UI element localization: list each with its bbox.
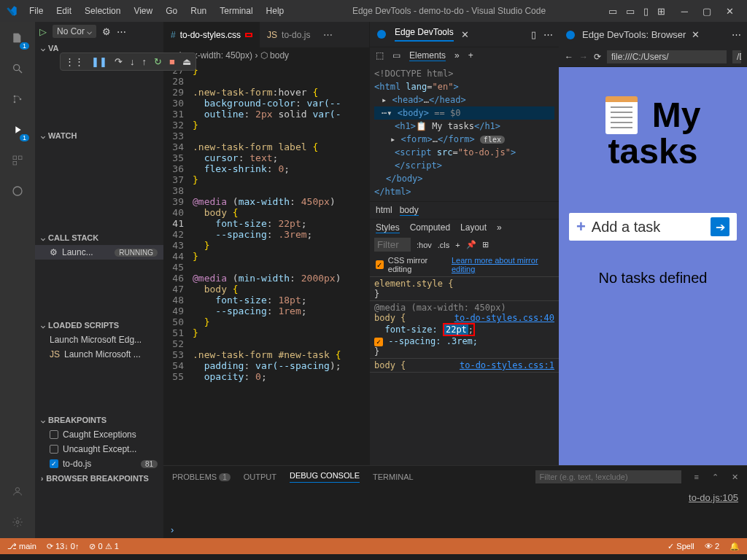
breakpoint-item[interactable]: Caught Exceptions [35, 427, 163, 442]
console-link[interactable]: to-do.js:105 [689, 492, 738, 503]
computed-tab[interactable]: Computed [410, 222, 450, 233]
maximize-button[interactable]: ▢ [695, 3, 719, 20]
panel-filter-input[interactable] [535, 470, 681, 483]
styles-tab[interactable]: Styles [376, 222, 400, 233]
layout-tab[interactable]: Layout [460, 222, 487, 233]
menu-selection[interactable]: Selection [79, 3, 126, 19]
inspect-icon[interactable]: ⬚ [376, 50, 384, 61]
breakpoint-item[interactable]: ✓to-do.js81 [35, 456, 163, 471]
layout-icon[interactable]: ⊞ [657, 6, 665, 17]
elements-tab[interactable]: Elements [409, 50, 446, 61]
edge-icon[interactable] [7, 181, 28, 201]
tab-js[interactable]: JSto-do.js [260, 22, 317, 47]
more-icon[interactable]: ⋯ [543, 29, 553, 40]
loaded-script-item[interactable]: JSLaunch Microsoft ... [35, 347, 163, 362]
mirror-link[interactable]: Learn more about mirror editing [452, 256, 553, 273]
pause-icon[interactable]: ❚❚ [91, 56, 107, 67]
address-bar[interactable]: file:///C:/Users/ [607, 50, 727, 63]
minimize-button[interactable]: ─ [674, 3, 695, 20]
tab-css[interactable]: #to-do-styles.css [163, 22, 260, 47]
breakpoints-section[interactable]: ⌵BREAKPOINTS [35, 413, 163, 427]
explorer-icon[interactable]: 1 [7, 28, 28, 48]
browser-breakpoints-section[interactable]: ›BROWSER BREAKPOINTS [35, 471, 163, 486]
panel-close-icon[interactable]: ✕ [732, 472, 738, 482]
more-tabs-icon[interactable]: » [497, 222, 502, 233]
hov-toggle[interactable]: :hov [417, 241, 432, 249]
devtools-tab[interactable]: Edge DevTools [395, 27, 454, 42]
settings-icon[interactable] [7, 512, 28, 532]
menu-help[interactable]: Help [260, 3, 290, 19]
tab-close-icon[interactable]: ✕ [461, 29, 469, 40]
cls-toggle[interactable]: .cls [438, 241, 450, 249]
browser-tab[interactable]: Edge DevTools: Browser [582, 29, 686, 40]
problems-indicator[interactable]: ⊘ 0 ⚠ 1 [89, 542, 118, 551]
loaded-script-item[interactable]: Launch Microsoft Edg... [35, 332, 163, 347]
more-icon[interactable]: ⋯ [117, 26, 126, 37]
callstack-section[interactable]: ⌵CALL STACK [35, 230, 163, 245]
menu-view[interactable]: View [128, 3, 158, 19]
submit-icon[interactable]: ➔ [711, 217, 729, 236]
loaded-scripts-section[interactable]: ⌵LOADED SCRIPTS [35, 318, 163, 332]
menu-run[interactable]: Run [185, 3, 212, 19]
spell-indicator[interactable]: ✓ Spell [667, 542, 694, 551]
reload-icon[interactable]: ⟳ [594, 52, 601, 62]
panel-tab-output[interactable]: OUTPUT [244, 472, 276, 481]
run-debug-icon[interactable]: 1 [7, 120, 28, 140]
restart-icon[interactable]: ↻ [154, 56, 162, 67]
panel-tab-problems[interactable]: PROBLEMS 1 [172, 472, 231, 481]
search-icon[interactable] [7, 58, 28, 79]
panel-tab-debug-console[interactable]: DEBUG CONSOLE [290, 471, 360, 483]
source-link[interactable]: to-do-styles.css:1 [460, 360, 554, 370]
add-tab-icon[interactable]: + [468, 50, 473, 61]
rule-checkbox[interactable]: ✓ [374, 338, 383, 346]
add-task-form[interactable]: + Add a task ➔ [569, 213, 737, 241]
drag-handle-icon[interactable]: ⋮⋮ [65, 56, 84, 67]
panel-expand-icon[interactable]: ⌃ [712, 472, 719, 482]
tab-overflow-icon[interactable]: ⋯ [317, 29, 338, 40]
menu-edit[interactable]: Edit [50, 3, 77, 19]
source-control-icon[interactable] [7, 89, 28, 109]
notifications-icon[interactable]: 🔔 [729, 542, 740, 551]
tab-close-icon[interactable]: ✕ [692, 29, 700, 40]
dom-crumb[interactable]: html [376, 205, 392, 216]
layout-icon[interactable]: ▭ [626, 6, 635, 17]
forward-icon[interactable]: → [579, 52, 588, 62]
breakpoint-item[interactable]: Uncaught Except... [35, 442, 163, 456]
more-tabs-icon[interactable]: » [454, 50, 460, 61]
step-into-icon[interactable]: ↓ [130, 56, 135, 67]
source-link[interactable]: to-do-styles.css:40 [454, 313, 554, 323]
split-icon[interactable]: ▯ [531, 29, 536, 40]
styles-filter-input[interactable] [374, 238, 411, 252]
sync-indicator[interactable]: ⟳ 13↓ 0↑ [47, 542, 79, 551]
back-icon[interactable]: ← [565, 52, 573, 62]
close-button[interactable]: ✕ [719, 3, 741, 20]
account-icon[interactable] [7, 481, 28, 502]
mirror-checkbox[interactable]: ✓ [376, 260, 384, 269]
menu-go[interactable]: Go [160, 3, 183, 19]
stop-icon[interactable]: ■ [169, 56, 175, 67]
callstack-item[interactable]: ⚙Launc...RUNNING [35, 245, 163, 260]
disconnect-icon[interactable]: ⏏ [182, 56, 191, 67]
extensions-icon[interactable] [7, 150, 28, 171]
device-icon[interactable]: ▭ [392, 50, 400, 61]
watch-section[interactable]: ⌵WATCH [35, 128, 163, 143]
step-out-icon[interactable]: ↑ [142, 56, 147, 67]
start-debug-button[interactable]: ▷ [39, 26, 47, 37]
page-preview[interactable]: My tasks + Add a task ➔ No tasks defined [559, 67, 747, 518]
expand-icon[interactable]: ⊞ [482, 240, 489, 249]
more-icon[interactable]: ⋯ [732, 29, 741, 40]
pin-icon[interactable]: 📌 [466, 240, 476, 249]
panel-settings-icon[interactable]: ≡ [694, 472, 699, 481]
dom-tree[interactable]: <!DOCTYPE html> <html lang="en"> ▸ <head… [370, 64, 559, 201]
branch-indicator[interactable]: ⎇ main [7, 542, 36, 551]
dom-crumb[interactable]: body [400, 205, 419, 216]
gear-icon[interactable]: ⚙ [102, 26, 111, 37]
add-rule-icon[interactable]: + [455, 241, 460, 249]
menu-file[interactable]: File [23, 3, 49, 19]
panel-tab-terminal[interactable]: TERMINAL [373, 472, 414, 481]
step-over-icon[interactable]: ↷ [115, 56, 123, 67]
layout-icon[interactable]: ▯ [643, 6, 649, 17]
layout-icon[interactable]: ▭ [608, 6, 617, 17]
menu-terminal[interactable]: Terminal [214, 3, 258, 19]
launch-config-select[interactable]: No Cor ⌵ [53, 25, 96, 38]
